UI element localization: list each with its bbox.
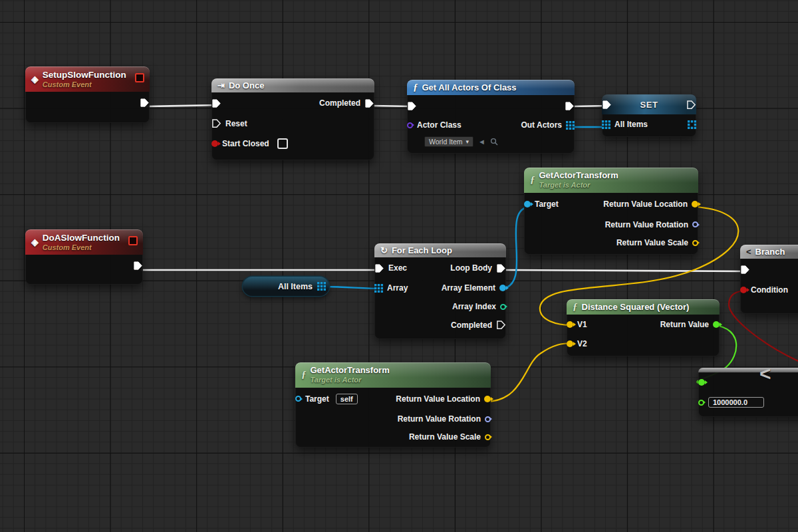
array-out-pin[interactable] — [317, 282, 326, 291]
node-all-items-variable[interactable]: All Items — [243, 277, 329, 296]
array-element-pin[interactable]: Array Element — [442, 283, 506, 293]
function-icon: ƒ — [301, 369, 307, 380]
pin-label: Target — [305, 394, 329, 404]
node-header[interactable]: ƒ GetActorTransform Target is Actor — [524, 168, 698, 193]
function-icon: ƒ — [530, 174, 535, 186]
exec-in-pin[interactable]: Exec — [374, 263, 407, 273]
node-header[interactable]: < Branch — [740, 245, 798, 259]
exec-in-pin[interactable] — [211, 98, 221, 108]
function-icon: ƒ — [573, 301, 578, 313]
node-get-all-actors-of-class[interactable]: ƒ Get All Actors Of Class Actor Class Ou… — [407, 80, 575, 154]
target-object-pin[interactable]: Target — [524, 200, 559, 209]
reset-exec-in[interactable]: Reset — [211, 118, 247, 128]
pin-label: Return Value — [660, 320, 709, 329]
custom-event-icon: ◈ — [31, 237, 39, 247]
custom-event-icon: ◈ — [31, 74, 39, 84]
pin-label: Return Value Scale — [616, 238, 688, 247]
node-title: Distance Squared (Vector) — [582, 302, 690, 312]
exec-out-pin[interactable] — [140, 98, 150, 108]
node-title: GetActorTransform — [539, 171, 618, 181]
function-icon: ƒ — [413, 82, 418, 93]
browse-search-icon[interactable] — [490, 138, 498, 146]
exec-out-pin[interactable] — [686, 100, 696, 110]
node-branch[interactable]: < Branch Condition — [740, 245, 798, 314]
exec-out-pin[interactable] — [565, 101, 575, 111]
do-once-icon: ⇥ — [217, 80, 225, 90]
node-set-all-items[interactable]: SET All Items — [602, 94, 696, 137]
out-actors-array-pin[interactable]: Out Actors — [521, 120, 575, 130]
return-value-location-pin[interactable]: Return Value Location — [396, 394, 491, 404]
wire-exec-loopbody-to-branch — [503, 270, 749, 271]
branch-icon: < — [746, 247, 751, 257]
node-header[interactable]: ⇥ Do Once — [211, 78, 374, 92]
v2-vector-pin[interactable]: V2 — [567, 339, 587, 348]
return-value-location-pin[interactable]: Return Value Location — [603, 200, 698, 209]
float-literal-input[interactable] — [708, 397, 764, 408]
loop-icon: ↻ — [380, 245, 388, 255]
node-title: GetActorTransform — [311, 366, 390, 376]
pin-label: Return Value Location — [396, 394, 480, 404]
node-header[interactable]: ƒ Distance Squared (Vector) — [567, 299, 720, 315]
node-header[interactable]: SET — [602, 94, 696, 114]
float-in-a-pin[interactable] — [698, 379, 705, 386]
actor-class-dropdown[interactable]: World Item ▾ — [424, 136, 473, 147]
pin-label: Exec — [388, 263, 407, 273]
return-value-scale-pin[interactable]: Return Value Scale — [616, 238, 698, 247]
node-distance-squared-vector[interactable]: ƒ Distance Squared (Vector) V1 Return Va… — [567, 299, 720, 356]
completed-exec-out[interactable]: Completed — [451, 320, 506, 330]
delegate-pin[interactable] — [135, 73, 144, 82]
v1-vector-pin[interactable]: V1 — [567, 320, 587, 329]
condition-bool-pin[interactable]: Condition — [740, 285, 788, 295]
node-subtitle: Target is Actor — [539, 181, 618, 190]
node-less-than-float[interactable]: < — [698, 368, 798, 417]
all-items-array-out-pin[interactable] — [688, 120, 696, 129]
node-header[interactable]: ↻ For Each Loop — [374, 243, 506, 257]
loop-body-exec-out[interactable]: Loop Body — [450, 263, 506, 273]
node-subtitle: Custom Event — [43, 243, 120, 252]
pin-label: Actor Class — [417, 120, 462, 130]
node-top-edge[interactable] — [698, 368, 798, 372]
exec-in-pin[interactable] — [740, 265, 750, 275]
wire-vector-gatbottom-to-v2 — [485, 343, 572, 402]
return-value-float-pin[interactable]: Return Value — [660, 320, 720, 329]
target-object-pin[interactable]: Target self — [295, 394, 358, 404]
completed-exec-out[interactable]: Completed — [319, 98, 374, 108]
node-get-actor-transform-top[interactable]: ƒ GetActorTransform Target is Actor Targ… — [524, 168, 698, 255]
all-items-array-in-pin[interactable]: All Items — [602, 120, 648, 129]
dropdown-value: World Item — [429, 138, 463, 146]
blueprint-canvas[interactable]: ◈ SetupSlowFunction Custom Event ⇥ Do On… — [0, 0, 798, 532]
wire-exec-setup-to-doonce — [146, 105, 219, 106]
wire-array-allitems-to-foreach — [323, 287, 382, 289]
node-get-actor-transform-bottom[interactable]: ƒ GetActorTransform Target is Actor Targ… — [295, 362, 491, 448]
pin-label: Start Closed — [222, 139, 269, 148]
return-value-rotation-pin[interactable]: Return Value Rotation — [398, 414, 491, 424]
node-header[interactable]: ◈ DoASlowFunction Custom Event — [25, 229, 143, 255]
node-header[interactable]: ƒ Get All Actors Of Class — [407, 80, 575, 95]
start-closed-checkbox[interactable] — [277, 138, 288, 149]
node-for-each-loop[interactable]: ↻ For Each Loop Exec Loop Body Array Arr… — [374, 243, 506, 339]
node-subtitle: Target is Actor — [311, 376, 390, 384]
return-value-rotation-pin[interactable]: Return Value Rotation — [605, 220, 698, 229]
delegate-pin[interactable] — [128, 236, 138, 245]
node-do-once[interactable]: ⇥ Do Once Completed Reset Start Closed — [211, 78, 374, 160]
pin-label: V2 — [577, 339, 587, 348]
pin-label: Completed — [451, 321, 492, 330]
node-header[interactable]: ƒ GetActorTransform Target is Actor — [295, 362, 491, 388]
exec-out-pin[interactable] — [133, 261, 143, 271]
variable-name: All Items — [278, 282, 313, 291]
exec-in-pin[interactable] — [602, 100, 612, 110]
target-self-literal[interactable]: self — [336, 394, 358, 404]
return-value-scale-pin[interactable]: Return Value Scale — [409, 432, 491, 442]
array-index-pin[interactable]: Array Index — [452, 302, 506, 311]
node-setup-slow-function[interactable]: ◈ SetupSlowFunction Custom Event — [25, 66, 150, 123]
array-in-pin[interactable]: Array — [374, 283, 408, 293]
node-do-a-slow-function[interactable]: ◈ DoASlowFunction Custom Event — [25, 229, 143, 285]
exec-in-pin[interactable] — [407, 101, 417, 111]
actor-class-pin[interactable]: Actor Class — [407, 120, 462, 130]
pin-label: Condition — [751, 285, 788, 295]
use-selected-arrow-icon[interactable]: ◄ — [478, 138, 485, 146]
float-in-b-pin[interactable] — [698, 397, 764, 408]
pin-label: Target — [535, 200, 559, 209]
start-closed-bool-pin[interactable]: Start Closed — [211, 138, 288, 149]
node-header[interactable]: ◈ SetupSlowFunction Custom Event — [25, 66, 150, 92]
